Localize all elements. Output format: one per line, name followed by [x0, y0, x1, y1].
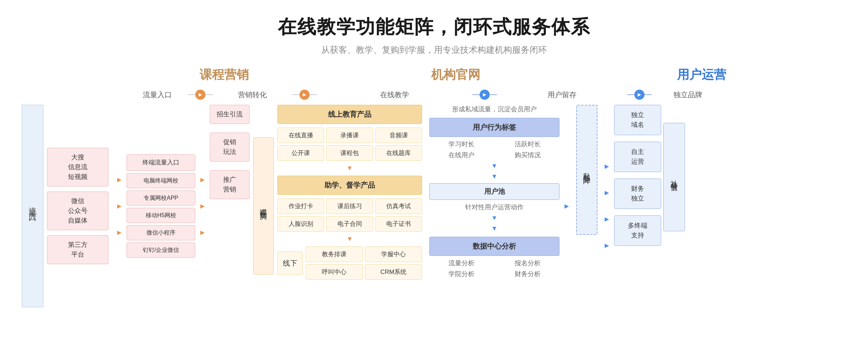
online-item-5: 在线题库: [375, 145, 422, 161]
spacer-1: [422, 105, 429, 307]
flow-arrow-2: ►: [299, 90, 310, 100]
assist-item-5: 电子证书: [375, 216, 422, 232]
sales-item-2: 推广营销: [210, 170, 250, 199]
offline-item-3: CRM系统: [365, 264, 422, 280]
mkt-item-2: 专属网校APP: [127, 190, 195, 206]
tag-item-2: 在线用户: [429, 151, 493, 159]
offline-row: 线下 教务排课 学服中心 呼叫中心 CRM系统: [277, 246, 422, 280]
flow-arrow-3: ►: [480, 90, 490, 100]
down-arrow-1: ▼: [277, 164, 422, 172]
online-item-1: 录播课: [326, 128, 373, 143]
data-item-2: 学院分析: [429, 270, 493, 278]
mkt-col: 终端流量入口 电脑终端网校 专属网校APP 移动H5网校 微信小程序 钉钉/企业…: [127, 105, 195, 307]
data-grid: 流量分析 报名分析 学院分析 财务分析: [429, 259, 559, 278]
assist-header: 助学、督学产品: [277, 176, 422, 195]
tag-item-0: 学习时长: [429, 140, 493, 149]
flow-arrow-4: ►: [634, 90, 644, 100]
arrow-2-bot: ►: [199, 228, 206, 237]
arrow-1-bot: ►: [116, 228, 123, 237]
arrow-col-1: ► ► ►: [112, 105, 127, 307]
offline-grid: 教务排课 学服中心 呼叫中心 CRM系统: [306, 246, 422, 280]
mkt-item-1: 电脑终端网校: [127, 173, 195, 188]
page-subtitle: 从获客、教学、复购到学服，用专业技术构建机构服务闭环: [22, 44, 846, 56]
left-label: 流量入口: [22, 105, 43, 307]
mkt-item-3: 移动H5网校: [127, 208, 195, 223]
arrow-1-top: ►: [116, 176, 123, 184]
arrow-2-mid: ►: [199, 202, 206, 210]
online-header: 线上教育产品: [277, 105, 422, 124]
assist-item-0: 作业打卡: [277, 198, 324, 214]
arrow-col-3: ►: [559, 105, 574, 307]
traffic-item-2: 第三方平台: [47, 235, 109, 264]
traffic-item-0: 大搜信息流短视频: [47, 148, 109, 186]
sales-item-1: 促销玩法: [210, 133, 250, 162]
down-arrow-2: ▼: [277, 235, 422, 243]
brand-item-3: 多终端支持: [614, 215, 661, 246]
arrow-4-0: ►: [603, 162, 610, 171]
tag-item-1: 活跃时长: [495, 140, 559, 149]
offline-item-1: 学服中心: [365, 246, 422, 262]
data-header: 数据中心分析: [429, 237, 559, 256]
sales-item-0: 招生引流: [210, 105, 250, 124]
user-tag-grid: 学习时长 活跃时长 在线用户 购买情况: [429, 140, 559, 159]
user-tag-header: 用户行为标签: [429, 118, 559, 137]
tag-item-3: 购买情况: [495, 151, 559, 159]
user-note: 形成私域流量，沉淀会员用户: [429, 105, 559, 113]
down-arrow-blue-1: ▼: [429, 162, 559, 170]
down-arrow-blue-3: ▼: [429, 214, 559, 222]
brand-item-1: 自主运营: [614, 142, 661, 172]
offline-item-2: 呼叫中心: [306, 264, 363, 280]
category-yonghu: 用户运营: [677, 68, 726, 81]
flow-label-pinpai: 独立品牌: [652, 90, 724, 100]
assist-item-1: 课后练习: [326, 198, 373, 214]
assist-grid: 作业打卡 课后练习 仿真考试 人脸识别 电子合同 电子证书: [277, 198, 422, 232]
category-kecheng: 课程营销: [200, 68, 249, 81]
data-item-3: 财务分析: [495, 270, 559, 278]
social-label: 社会价值: [663, 123, 685, 231]
arrow-4-1: ►: [603, 189, 610, 197]
traffic-items: 大搜信息流短视频 微信公众号自媒体 第三方平台: [47, 148, 109, 264]
private-label: 私域矩阵: [576, 105, 597, 235]
category-jigou: 机构官网: [431, 68, 480, 81]
flow-label-yingxiao: 营销转化: [213, 90, 292, 100]
arrow-col-2: ► ► ►: [195, 105, 210, 307]
online-item-4: 课程包: [326, 145, 373, 161]
purchase-label: 课程购买: [253, 137, 274, 275]
offline-item-0: 教务排课: [306, 246, 363, 262]
online-grid: 在线直播 录播课 音频课 公开课 课程包 在线题库: [277, 128, 422, 161]
user-zone: 形成私域流量，沉淀会员用户 用户行为标签 学习时长 活跃时长 在线用户 购买情况…: [429, 105, 559, 307]
offline-label: 线下: [277, 252, 303, 275]
private-section: 私域矩阵: [574, 105, 600, 235]
online-section: 线上教育产品 在线直播 录播课 音频课 公开课 课程包 在线题库 ▼ 助学、督学…: [277, 105, 422, 307]
online-item-2: 音频课: [375, 128, 422, 143]
user-pool: 用户池: [429, 183, 559, 200]
data-item-1: 报名分析: [495, 259, 559, 267]
down-arrow-blue-2: ▼: [429, 173, 559, 180]
traffic-item-1: 微信公众号自媒体: [47, 192, 109, 230]
flow-label-yonghu: 用户留存: [497, 90, 627, 100]
down-arrow-blue-4: ▼: [429, 225, 559, 232]
mkt-item-5: 钉钉/企业微信: [127, 242, 195, 258]
page-title: 在线教学功能矩阵，闭环式服务体系: [22, 14, 846, 40]
arrow-4-2: ►: [603, 215, 610, 223]
flow-label-zaixian: 在线教学: [317, 90, 472, 100]
vertical-purchase: 课程购买: [253, 105, 274, 307]
mkt-item-4: 微信小程序: [127, 225, 195, 240]
data-item-0: 流量分析: [429, 259, 493, 267]
main-content: 流量入口 大搜信息流短视频 微信公众号自媒体 第三方平台 ► ► ► 终端流量入…: [22, 105, 846, 307]
mkt-item-0: 终端流量入口: [127, 154, 195, 171]
assist-item-4: 电子合同: [326, 216, 373, 232]
online-item-0: 在线直播: [277, 128, 324, 143]
brand-col: 独立域名 自主运营 财务独立 多终端支持: [614, 105, 661, 307]
arrow-4-3: ►: [603, 241, 610, 250]
arrow-3: ►: [563, 202, 570, 210]
arrow-1-mid: ►: [116, 202, 123, 210]
flow-arrow-1: ►: [195, 90, 205, 100]
flow-label-liuliang: 流量入口: [127, 90, 188, 100]
assist-item-2: 仿真考试: [375, 198, 422, 214]
online-item-3: 公开课: [277, 145, 324, 161]
assist-item-3: 人脸识别: [277, 216, 324, 232]
sales-col: 招生引流 促销玩法 推广营销: [210, 105, 250, 307]
brand-item-0: 独立域名: [614, 105, 661, 135]
page-wrapper: 在线教学功能矩阵，闭环式服务体系 从获客、教学、复购到学服，用专业技术构建机构服…: [0, 0, 868, 322]
